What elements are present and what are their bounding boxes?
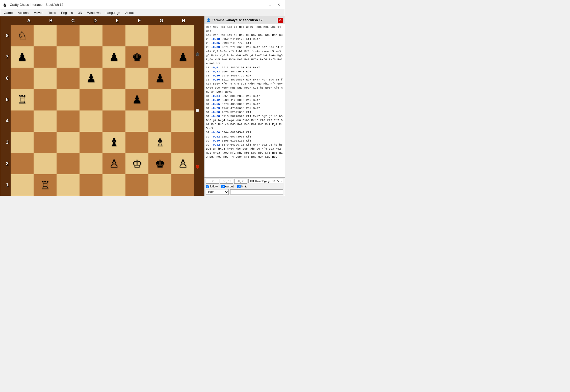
square-b5[interactable] (34, 89, 57, 110)
square-e8[interactable] (102, 25, 125, 46)
square-d5[interactable] (80, 89, 102, 110)
follow-label: follow (210, 185, 218, 188)
col-label-g: G (150, 18, 172, 23)
square-d4[interactable] (80, 110, 102, 132)
square-h1[interactable] (171, 174, 194, 196)
square-h3[interactable] (171, 132, 194, 153)
square-b1[interactable]: ♖ (34, 174, 57, 196)
square-g6[interactable]: ♟ (148, 68, 171, 89)
square-b2[interactable] (34, 153, 57, 175)
menu-about[interactable]: About (123, 10, 136, 15)
square-h2[interactable]: ♙ (171, 153, 194, 175)
square-b8[interactable] (34, 25, 57, 46)
square-e3[interactable]: ♝ (102, 132, 125, 153)
square-e6[interactable] (102, 68, 125, 89)
square-c7[interactable] (57, 46, 80, 68)
menu-language[interactable]: Language (103, 10, 123, 15)
menu-engines[interactable]: Engines (59, 10, 75, 15)
square-e5[interactable] (102, 89, 125, 110)
square-h6[interactable] (171, 68, 194, 89)
piece-h2: ♙ (178, 158, 188, 169)
square-f5[interactable]: ♟ (125, 89, 148, 110)
piece-g2: ♚ (155, 158, 165, 169)
title-bar: ♞ Crafty Chess Interface - Stockfish 12 … (0, 0, 285, 9)
close-button[interactable]: ✕ (275, 2, 282, 7)
square-c8[interactable] (57, 25, 80, 46)
col-labels: A B C D E F G H (4, 16, 200, 25)
follow-checkbox[interactable] (206, 185, 209, 188)
square-f3[interactable] (125, 132, 148, 153)
square-a2[interactable] (11, 153, 34, 175)
square-f1[interactable] (125, 174, 148, 196)
square-e1[interactable] (102, 174, 125, 196)
menu-3d[interactable]: 3D (75, 10, 85, 15)
both-dropdown[interactable]: Both White Black (206, 189, 229, 195)
square-d1[interactable] (80, 174, 102, 196)
square-c1[interactable] (57, 174, 80, 196)
square-f2[interactable]: ♔ (125, 153, 148, 175)
square-c2[interactable] (57, 153, 80, 175)
limit-checkbox[interactable] (237, 185, 241, 188)
square-d2[interactable] (80, 153, 102, 175)
square-c3[interactable] (57, 132, 80, 153)
square-g5[interactable] (148, 89, 171, 110)
board-container: A B C D E F G H 8 7 6 5 (4, 16, 200, 196)
square-h4[interactable] (171, 110, 194, 132)
maximize-button[interactable]: □ (267, 2, 274, 7)
square-b3[interactable] (34, 132, 57, 153)
square-e2[interactable]: ♙ (102, 153, 125, 175)
chess-board[interactable]: ♘ ♟ ♟ ♚ (11, 25, 194, 196)
minimize-button[interactable]: — (258, 2, 265, 7)
square-f4[interactable] (125, 110, 148, 132)
square-b6[interactable] (34, 68, 57, 89)
square-a8[interactable]: ♘ (11, 25, 34, 46)
square-g8[interactable] (148, 25, 171, 46)
square-d6[interactable]: ♟ (80, 68, 102, 89)
square-a4[interactable] (11, 110, 34, 132)
square-a7[interactable]: ♟ (11, 46, 34, 68)
output-checkbox-label[interactable]: output (221, 185, 234, 188)
square-g1[interactable] (148, 174, 171, 196)
square-g7[interactable] (148, 46, 171, 68)
moves-stat: Kf1 Rxa7 Bg2 g5 h3 h5 B (248, 179, 283, 183)
piece-f2: ♔ (132, 158, 142, 169)
title-bar-left: ♞ Crafty Chess Interface - Stockfish 12 (3, 2, 63, 7)
main-window: ♞ Crafty Chess Interface - Stockfish 12 … (0, 0, 285, 196)
square-e7[interactable]: ♟ (102, 46, 125, 68)
square-h5[interactable] (171, 89, 194, 110)
square-g4[interactable] (148, 110, 171, 132)
square-b7[interactable] (34, 46, 57, 68)
square-e4[interactable] (102, 110, 125, 132)
square-c4[interactable] (57, 110, 80, 132)
square-d3[interactable] (80, 132, 102, 153)
square-b4[interactable] (34, 110, 57, 132)
square-a1[interactable] (11, 174, 34, 196)
square-d7[interactable] (80, 46, 102, 68)
piece-e7: ♟ (109, 51, 119, 63)
menu-game[interactable]: Game (1, 10, 15, 15)
menu-actions[interactable]: Actions (15, 10, 31, 15)
square-h7[interactable]: ♟ (171, 46, 194, 68)
menu-tools[interactable]: Tools (46, 10, 58, 15)
square-f6[interactable] (125, 68, 148, 89)
follow-checkbox-label[interactable]: follow (206, 185, 218, 188)
square-h8[interactable] (171, 25, 194, 46)
square-d8[interactable] (80, 25, 102, 46)
output-checkbox[interactable] (221, 185, 225, 188)
terminal-close-button[interactable]: ✕ (278, 18, 283, 23)
square-a6[interactable] (11, 68, 34, 89)
square-a5[interactable]: ♖ (11, 89, 34, 110)
square-a3[interactable] (11, 132, 34, 153)
square-g2[interactable]: ♚ (148, 153, 171, 175)
square-c6[interactable] (57, 68, 80, 89)
command-input[interactable] (230, 189, 283, 194)
square-f7[interactable]: ♚ (125, 46, 148, 68)
square-g3[interactable]: ♗ (148, 132, 171, 153)
menu-windows[interactable]: Windows (85, 10, 103, 15)
terminal-output[interactable]: Rc7 Na8 Rc3 Kg2 e5 Nb6 Bxb6 Rxb6 Ke6 Bc6… (204, 24, 285, 177)
square-f8[interactable] (125, 25, 148, 46)
limit-checkbox-label[interactable]: limit (237, 185, 247, 188)
square-c5[interactable] (57, 89, 80, 110)
checkbox-row: follow output limit (206, 185, 283, 188)
menu-moves[interactable]: Moves (31, 10, 46, 15)
